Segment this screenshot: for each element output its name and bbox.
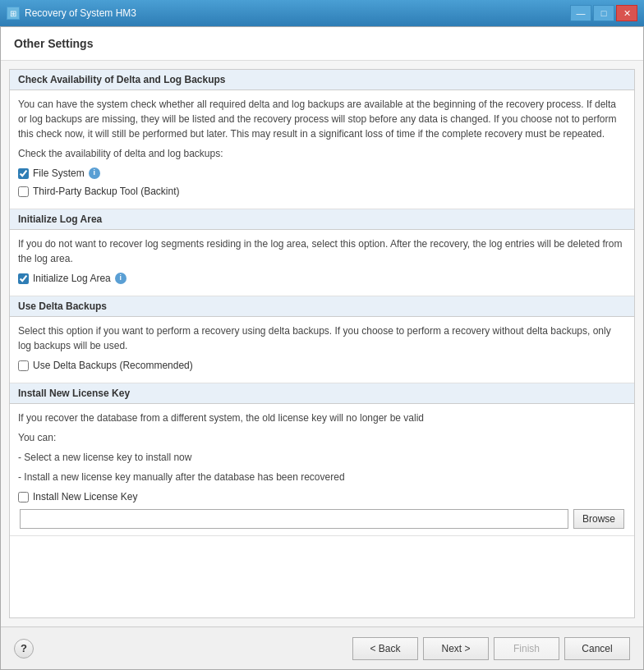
checkbox-filesystem-label[interactable]: File System (33, 166, 85, 181)
cancel-button[interactable]: Cancel (564, 637, 630, 660)
app-icon: ⊞ (7, 7, 20, 20)
license-desc-2: You can: (18, 430, 626, 445)
checkbox-use-delta[interactable] (18, 360, 29, 371)
checkbox-row-backint: Third-Party Backup Tool (Backint) (18, 184, 626, 199)
init-log-description: If you do not want to recover log segmen… (18, 236, 626, 266)
window-title: Recovery of System HM3 (25, 7, 136, 19)
footer-left: ? (14, 639, 34, 659)
delta-log-sublabel: Check the availability of delta and log … (18, 146, 626, 161)
section-delta-backup-header: Use Delta Backups (10, 296, 634, 317)
back-button[interactable]: < Back (352, 637, 418, 660)
section-delta-log: Check Availability of Delta and Log Back… (10, 70, 634, 209)
browse-button[interactable]: Browse (573, 509, 624, 529)
section-delta-log-body: You can have the system check whether al… (10, 90, 634, 209)
title-bar-left: ⊞ Recovery of System HM3 (7, 7, 136, 20)
checkbox-init-log-label[interactable]: Initialize Log Area (33, 271, 111, 286)
info-icon-fs[interactable]: i (89, 168, 100, 179)
checkbox-install-license[interactable] (18, 492, 29, 502)
section-license-body: If you recover the database from a diffe… (10, 404, 634, 535)
checkbox-row-init: Initialize Log Area i (18, 271, 626, 286)
section-license-header: Install New License Key (10, 383, 634, 404)
title-bar: ⊞ Recovery of System HM3 — □ ✕ (0, 0, 644, 26)
checkbox-row-license: Install New License Key (18, 489, 626, 504)
close-button[interactable]: ✕ (616, 5, 637, 21)
license-input-row: Browse (18, 509, 626, 529)
info-icon-init[interactable]: i (115, 273, 126, 284)
checkbox-filesystem[interactable] (18, 168, 29, 179)
license-desc-4: - Install a new license key manually aft… (18, 470, 626, 484)
delta-backup-description: Select this option if you want to perfor… (18, 324, 626, 353)
checkbox-init-log[interactable] (18, 273, 29, 284)
license-desc-3: - Select a new license key to install no… (18, 450, 626, 465)
title-bar-controls: — □ ✕ (570, 5, 637, 21)
minimize-button[interactable]: — (570, 5, 591, 21)
checkbox-use-delta-label[interactable]: Use Delta Backups (Recommended) (33, 358, 193, 373)
section-delta-backup: Use Delta Backups Select this option if … (10, 296, 634, 383)
page-header: Other Settings (1, 27, 643, 61)
section-init-log: Initialize Log Area If you do not want t… (10, 209, 634, 296)
section-delta-log-header: Check Availability of Delta and Log Back… (10, 70, 634, 90)
content-area: Check Availability of Delta and Log Back… (1, 61, 643, 626)
footer: ? < Back Next > Finish Cancel (1, 626, 643, 669)
help-button[interactable]: ? (14, 639, 34, 659)
section-license: Install New License Key If you recover t… (10, 383, 634, 536)
maximize-button[interactable]: □ (593, 5, 614, 21)
footer-right: < Back Next > Finish Cancel (352, 637, 630, 660)
scroll-panel[interactable]: Check Availability of Delta and Log Back… (9, 69, 635, 618)
delta-log-description: You can have the system check whether al… (18, 97, 626, 141)
finish-button[interactable]: Finish (494, 637, 559, 660)
checkbox-install-license-label[interactable]: Install New License Key (33, 489, 137, 504)
main-window: Other Settings Check Availability of Del… (0, 26, 644, 670)
license-desc-1: If you recover the database from a diffe… (18, 411, 626, 425)
checkbox-row-delta: Use Delta Backups (Recommended) (18, 358, 626, 373)
section-init-log-header: Initialize Log Area (10, 209, 634, 230)
page-title: Other Settings (14, 37, 630, 50)
checkbox-row-fs: File System i (18, 166, 626, 181)
checkbox-backint[interactable] (18, 186, 29, 197)
section-init-log-body: If you do not want to recover log segmen… (10, 230, 634, 296)
checkbox-backint-label[interactable]: Third-Party Backup Tool (Backint) (33, 184, 180, 199)
section-delta-backup-body: Select this option if you want to perfor… (10, 317, 634, 383)
next-button[interactable]: Next > (423, 637, 489, 660)
license-key-input[interactable] (20, 509, 568, 529)
